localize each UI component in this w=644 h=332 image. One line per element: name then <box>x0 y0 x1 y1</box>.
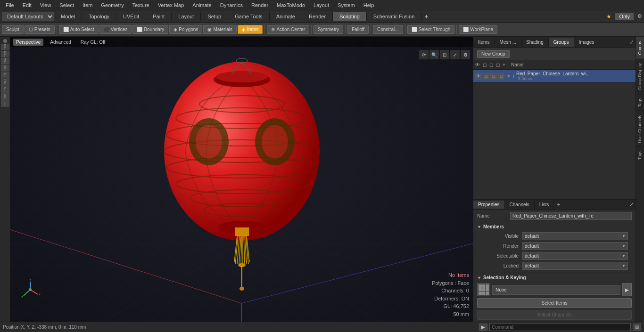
vertices-button[interactable]: ⬛ Vertices <box>99 25 132 34</box>
prop-tab-properties[interactable]: Properties <box>473 201 505 209</box>
polygons-button[interactable]: ◈ Polygons <box>169 25 202 34</box>
menu-file[interactable]: File <box>2 1 18 9</box>
panel-expand-icon[interactable]: ⤢ <box>627 39 636 45</box>
menu-edit[interactable]: Edit <box>19 1 35 9</box>
toolbar-separator-2 <box>264 25 265 34</box>
constraints-button[interactable]: Constrai... <box>373 25 403 34</box>
menu-maxtomodo[interactable]: MaxToModo <box>273 1 309 9</box>
menu-texture[interactable]: Texture <box>129 1 153 9</box>
command-execute-button[interactable]: ⊞ <box>633 324 641 331</box>
layout-tab-gametools[interactable]: Game Tools <box>228 12 270 21</box>
viewport-tab-advanced[interactable]: Advanced <box>47 39 74 46</box>
menu-render[interactable]: Render <box>248 1 272 9</box>
menu-animate[interactable]: Animate <box>189 1 215 9</box>
zoom-icon[interactable]: 🔍 <box>429 50 439 59</box>
expand-arrow-icon[interactable]: ▼ <box>506 73 511 79</box>
layout-tab-paint[interactable]: Paint <box>146 12 172 21</box>
menu-vertexmap[interactable]: Vertex Map <box>154 1 188 9</box>
workplane-button[interactable]: ⬜ WorkPlane <box>459 25 497 34</box>
sidebar-icon-e[interactable]: E... <box>1 72 9 79</box>
presets-button[interactable]: ⬡ Presets <box>25 25 55 34</box>
maximize-icon[interactable]: ⤢ <box>450 50 460 59</box>
command-expand-button[interactable]: ▶ <box>479 324 487 331</box>
materials-button[interactable]: ◉ Materials <box>203 25 237 34</box>
layout-tab-model[interactable]: Model <box>54 12 82 21</box>
sidebar-icon-ver[interactable]: Ve... <box>1 65 9 72</box>
visible-dropdown[interactable]: default ▼ <box>522 232 628 240</box>
select-channels-button[interactable]: Select Channels <box>477 310 632 320</box>
selectable-dropdown[interactable]: default ▼ <box>522 252 628 260</box>
auto-select-button[interactable]: ⬜ Auto Select <box>59 25 99 34</box>
sidebar-icon-c[interactable]: C... <box>1 86 9 93</box>
viewport-tab-raygl[interactable]: Ray GL: Off <box>78 39 108 46</box>
sculpt-button[interactable]: Sculpt <box>2 25 24 34</box>
layout-tab-render[interactable]: Render <box>302 12 333 21</box>
layout-tab-topology[interactable]: Topology <box>82 12 116 21</box>
menu-item[interactable]: Item <box>79 1 96 9</box>
locked-dropdown[interactable]: default ▼ <box>522 262 628 270</box>
menu-layout[interactable]: Layout <box>310 1 333 9</box>
prop-expand-icon[interactable]: ⤢ <box>627 202 636 208</box>
sel-keying-header[interactable]: ▼ Selection & Keying <box>477 275 632 280</box>
far-tab-tags2[interactable]: Tags <box>636 146 644 163</box>
menu-select[interactable]: Select <box>56 1 78 9</box>
layout-tab-scripting[interactable]: Scripting <box>333 12 367 21</box>
sidebar-icon-pol[interactable]: Po... <box>1 79 9 86</box>
prop-tab-channels[interactable]: Channels <box>505 201 535 209</box>
far-tab-groupdisplay[interactable]: Group Display <box>636 59 644 94</box>
panel-tab-images[interactable]: Images <box>574 38 600 47</box>
layout-tab-schematic[interactable]: Schematic Fusion <box>367 12 421 21</box>
name-input[interactable] <box>510 212 632 220</box>
sidebar-icon-uv[interactable]: UV... <box>1 93 9 100</box>
render-dropdown[interactable]: default ▼ <box>522 242 628 250</box>
select-through-button[interactable]: ⬜ Select Through <box>407 25 455 34</box>
command-input[interactable] <box>489 323 631 331</box>
group-row[interactable]: 👁 ◻ ◻ ◻ ▼ + Red_Paper_Chinese_Lantern_wi… <box>473 70 636 83</box>
group-plus-icon[interactable]: + <box>512 73 515 80</box>
rotate-icon[interactable]: ⟳ <box>419 50 429 59</box>
panel-tab-mesh[interactable]: Mesh ... <box>495 38 521 47</box>
panel-tab-shading[interactable]: Shading <box>521 38 549 47</box>
select-items-button[interactable]: Select Items <box>477 298 632 308</box>
layout-tab-layout[interactable]: Layout <box>172 12 201 21</box>
viewport[interactable]: Perspective Advanced Ray GL: Off <box>10 37 473 322</box>
symmetry-button[interactable]: Symmetry <box>314 25 343 34</box>
prop-add-icon[interactable]: + <box>554 202 563 208</box>
panel-tab-groups[interactable]: Groups <box>549 38 574 47</box>
fit-icon[interactable]: ⊡ <box>440 50 449 59</box>
action-center-button[interactable]: ⊕ Action Center <box>267 25 309 34</box>
falloff-button[interactable]: Falloff <box>347 25 369 34</box>
sidebar-icon-de[interactable]: De... <box>1 44 9 50</box>
prop-tab-lists[interactable]: Lists <box>535 201 554 209</box>
far-tab-userchannels[interactable]: User Channels <box>636 111 644 147</box>
far-tab-groups[interactable]: Groups <box>636 37 644 59</box>
new-group-button[interactable]: New Group <box>477 50 510 58</box>
eye-icon[interactable]: 👁 <box>475 73 482 80</box>
layout-dropdown[interactable]: Default Layouts <box>2 12 54 21</box>
layout-tab-animate[interactable]: Animate <box>270 12 302 21</box>
far-tab-tags[interactable]: Tags <box>636 94 644 111</box>
gear-icon[interactable]: ⚙ <box>636 13 644 19</box>
sidebar-icon-f[interactable]: F... <box>1 100 9 107</box>
menu-dynamics[interactable]: Dynamics <box>216 1 247 9</box>
settings-icon[interactable]: ⚙ <box>461 50 470 59</box>
menu-view[interactable]: View <box>36 1 55 9</box>
render-icon[interactable]: ◻ <box>483 73 489 80</box>
boundary-button[interactable]: ⬜ Boundary <box>132 25 168 34</box>
panel-tab-items[interactable]: Items <box>473 38 495 47</box>
only-button[interactable]: Only <box>615 13 634 20</box>
viewport-tab-perspective[interactable]: Perspective <box>13 39 43 46</box>
menu-help[interactable]: Help <box>360 1 378 9</box>
menu-geometry[interactable]: Geometry <box>97 1 127 9</box>
menu-system[interactable]: System <box>334 1 359 9</box>
add-layout-button[interactable]: + <box>421 13 431 20</box>
sidebar-icon-mes[interactable]: Me... <box>1 58 9 65</box>
sidebar-icon-du[interactable]: Du... <box>1 51 9 57</box>
layout-tab-uvedit[interactable]: UVEdit <box>116 12 146 21</box>
render3-icon[interactable]: ◻ <box>498 73 504 80</box>
items-button[interactable]: ◈ Items <box>238 25 263 34</box>
render2-icon[interactable]: ◻ <box>490 73 497 80</box>
keying-arrow-button[interactable]: ▶ <box>622 283 632 296</box>
members-header[interactable]: ▼ Members <box>477 224 632 229</box>
layout-tab-setup[interactable]: Setup <box>201 12 228 21</box>
